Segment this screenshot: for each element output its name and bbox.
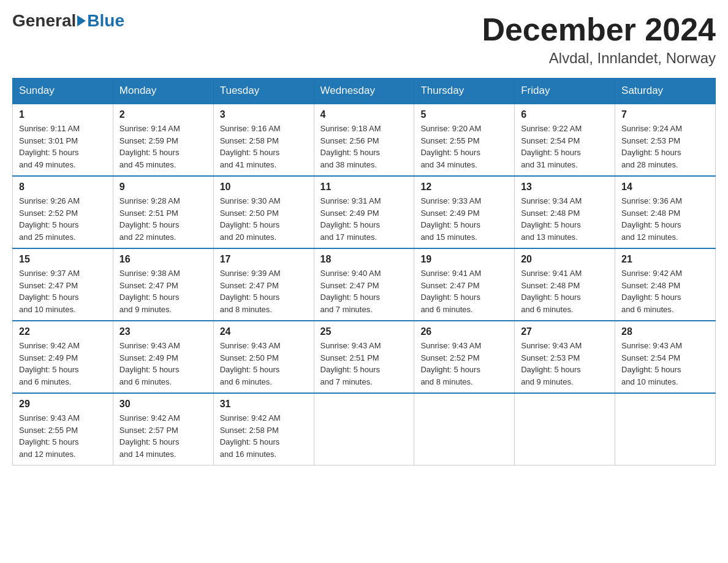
weekday-header-tuesday: Tuesday: [213, 79, 314, 104]
calendar-week-row: 29Sunrise: 9:43 AMSunset: 2:55 PMDayligh…: [13, 393, 716, 465]
day-info: Sunrise: 9:16 AMSunset: 2:58 PMDaylight:…: [220, 123, 308, 170]
weekday-header-wednesday: Wednesday: [314, 79, 414, 104]
day-info: Sunrise: 9:43 AMSunset: 2:54 PMDaylight:…: [621, 340, 709, 388]
day-info: Sunrise: 9:18 AMSunset: 2:56 PMDaylight:…: [320, 123, 408, 170]
calendar-day-cell: 29Sunrise: 9:43 AMSunset: 2:55 PMDayligh…: [13, 393, 113, 465]
day-number: 21: [621, 254, 709, 265]
logo-general-text: General: [12, 12, 76, 29]
day-info: Sunrise: 9:20 AMSunset: 2:55 PMDaylight:…: [420, 123, 508, 170]
calendar-day-cell: [314, 393, 414, 465]
day-number: 29: [19, 399, 107, 410]
calendar-week-row: 22Sunrise: 9:42 AMSunset: 2:49 PMDayligh…: [13, 321, 716, 393]
day-number: 12: [420, 182, 508, 193]
weekday-header-row: SundayMondayTuesdayWednesdayThursdayFrid…: [13, 79, 716, 104]
calendar-day-cell: 30Sunrise: 9:42 AMSunset: 2:57 PMDayligh…: [113, 393, 213, 465]
day-info: Sunrise: 9:43 AMSunset: 2:53 PMDaylight:…: [521, 340, 609, 388]
weekday-header-saturday: Saturday: [615, 79, 716, 104]
calendar-day-cell: 3Sunrise: 9:16 AMSunset: 2:58 PMDaylight…: [213, 104, 314, 176]
calendar-day-cell: 1Sunrise: 9:11 AMSunset: 3:01 PMDaylight…: [13, 104, 113, 176]
day-info: Sunrise: 9:40 AMSunset: 2:47 PMDaylight:…: [320, 267, 408, 315]
calendar-week-row: 8Sunrise: 9:26 AMSunset: 2:52 PMDaylight…: [13, 176, 716, 248]
calendar-day-cell: 16Sunrise: 9:38 AMSunset: 2:47 PMDayligh…: [113, 248, 213, 321]
calendar-day-cell: 11Sunrise: 9:31 AMSunset: 2:49 PMDayligh…: [314, 176, 414, 248]
day-number: 7: [621, 109, 709, 120]
day-number: 3: [220, 109, 308, 120]
day-number: 25: [320, 326, 408, 337]
day-info: Sunrise: 9:11 AMSunset: 3:01 PMDaylight:…: [19, 123, 107, 170]
day-number: 31: [220, 399, 308, 410]
day-info: Sunrise: 9:24 AMSunset: 2:53 PMDaylight:…: [621, 123, 709, 170]
day-number: 10: [220, 182, 308, 193]
calendar-day-cell: 2Sunrise: 9:14 AMSunset: 2:59 PMDaylight…: [113, 104, 213, 176]
calendar-day-cell: 17Sunrise: 9:39 AMSunset: 2:47 PMDayligh…: [213, 248, 314, 321]
day-info: Sunrise: 9:42 AMSunset: 2:57 PMDaylight:…: [119, 412, 207, 460]
calendar-day-cell: 7Sunrise: 9:24 AMSunset: 2:53 PMDaylight…: [615, 104, 716, 176]
calendar-day-cell: 31Sunrise: 9:42 AMSunset: 2:58 PMDayligh…: [213, 393, 314, 465]
calendar-day-cell: 21Sunrise: 9:42 AMSunset: 2:48 PMDayligh…: [615, 248, 716, 321]
calendar-day-cell: 26Sunrise: 9:43 AMSunset: 2:52 PMDayligh…: [414, 321, 515, 393]
day-info: Sunrise: 9:28 AMSunset: 2:51 PMDaylight:…: [119, 195, 207, 243]
day-info: Sunrise: 9:22 AMSunset: 2:54 PMDaylight:…: [521, 123, 609, 170]
day-info: Sunrise: 9:26 AMSunset: 2:52 PMDaylight:…: [19, 195, 107, 243]
day-number: 5: [420, 109, 508, 120]
day-info: Sunrise: 9:33 AMSunset: 2:49 PMDaylight:…: [420, 195, 508, 243]
logo-arrow-icon: [77, 15, 86, 26]
day-number: 24: [220, 326, 308, 337]
day-info: Sunrise: 9:43 AMSunset: 2:50 PMDaylight:…: [220, 340, 308, 388]
day-info: Sunrise: 9:14 AMSunset: 2:59 PMDaylight:…: [119, 123, 207, 170]
day-info: Sunrise: 9:43 AMSunset: 2:49 PMDaylight:…: [119, 340, 207, 388]
day-number: 17: [220, 254, 308, 265]
calendar-day-cell: 6Sunrise: 9:22 AMSunset: 2:54 PMDaylight…: [515, 104, 615, 176]
calendar-day-cell: 4Sunrise: 9:18 AMSunset: 2:56 PMDaylight…: [314, 104, 414, 176]
calendar-day-cell: 24Sunrise: 9:43 AMSunset: 2:50 PMDayligh…: [213, 321, 314, 393]
calendar-day-cell: [414, 393, 515, 465]
weekday-header-friday: Friday: [515, 79, 615, 104]
calendar-day-cell: 19Sunrise: 9:41 AMSunset: 2:47 PMDayligh…: [414, 248, 515, 321]
logo-blue-text: Blue: [87, 12, 124, 29]
day-info: Sunrise: 9:43 AMSunset: 2:55 PMDaylight:…: [19, 412, 107, 460]
day-info: Sunrise: 9:36 AMSunset: 2:48 PMDaylight:…: [621, 195, 709, 243]
day-info: Sunrise: 9:42 AMSunset: 2:48 PMDaylight:…: [621, 267, 709, 315]
day-number: 30: [119, 399, 207, 410]
day-number: 2: [119, 109, 207, 120]
day-info: Sunrise: 9:37 AMSunset: 2:47 PMDaylight:…: [19, 267, 107, 315]
day-number: 8: [19, 182, 107, 193]
calendar-day-cell: 28Sunrise: 9:43 AMSunset: 2:54 PMDayligh…: [615, 321, 716, 393]
calendar-day-cell: 15Sunrise: 9:37 AMSunset: 2:47 PMDayligh…: [13, 248, 113, 321]
weekday-header-monday: Monday: [113, 79, 213, 104]
calendar-day-cell: 18Sunrise: 9:40 AMSunset: 2:47 PMDayligh…: [314, 248, 414, 321]
day-number: 13: [521, 182, 609, 193]
calendar-day-cell: 20Sunrise: 9:41 AMSunset: 2:48 PMDayligh…: [515, 248, 615, 321]
day-info: Sunrise: 9:30 AMSunset: 2:50 PMDaylight:…: [220, 195, 308, 243]
day-number: 14: [621, 182, 709, 193]
day-info: Sunrise: 9:39 AMSunset: 2:47 PMDaylight:…: [220, 267, 308, 315]
weekday-header-sunday: Sunday: [13, 79, 113, 104]
day-info: Sunrise: 9:41 AMSunset: 2:47 PMDaylight:…: [420, 267, 508, 315]
calendar-day-cell: 9Sunrise: 9:28 AMSunset: 2:51 PMDaylight…: [113, 176, 213, 248]
calendar-table: SundayMondayTuesdayWednesdayThursdayFrid…: [12, 78, 716, 465]
day-number: 18: [320, 254, 408, 265]
calendar-day-cell: 12Sunrise: 9:33 AMSunset: 2:49 PMDayligh…: [414, 176, 515, 248]
weekday-header-thursday: Thursday: [414, 79, 515, 104]
day-info: Sunrise: 9:41 AMSunset: 2:48 PMDaylight:…: [521, 267, 609, 315]
logo: General Blue: [12, 12, 124, 29]
day-number: 11: [320, 182, 408, 193]
day-info: Sunrise: 9:42 AMSunset: 2:49 PMDaylight:…: [19, 340, 107, 388]
day-number: 9: [119, 182, 207, 193]
calendar-day-cell: 23Sunrise: 9:43 AMSunset: 2:49 PMDayligh…: [113, 321, 213, 393]
day-number: 19: [420, 254, 508, 265]
calendar-day-cell: 13Sunrise: 9:34 AMSunset: 2:48 PMDayligh…: [515, 176, 615, 248]
day-number: 20: [521, 254, 609, 265]
day-number: 15: [19, 254, 107, 265]
calendar-day-cell: [615, 393, 716, 465]
day-number: 6: [521, 109, 609, 120]
calendar-day-cell: 22Sunrise: 9:42 AMSunset: 2:49 PMDayligh…: [13, 321, 113, 393]
day-info: Sunrise: 9:43 AMSunset: 2:52 PMDaylight:…: [420, 340, 508, 388]
day-number: 22: [19, 326, 107, 337]
calendar-day-cell: 10Sunrise: 9:30 AMSunset: 2:50 PMDayligh…: [213, 176, 314, 248]
calendar-day-cell: 8Sunrise: 9:26 AMSunset: 2:52 PMDaylight…: [13, 176, 113, 248]
day-number: 4: [320, 109, 408, 120]
location-title: Alvdal, Innlandet, Norway: [482, 50, 716, 67]
day-number: 16: [119, 254, 207, 265]
day-info: Sunrise: 9:31 AMSunset: 2:49 PMDaylight:…: [320, 195, 408, 243]
